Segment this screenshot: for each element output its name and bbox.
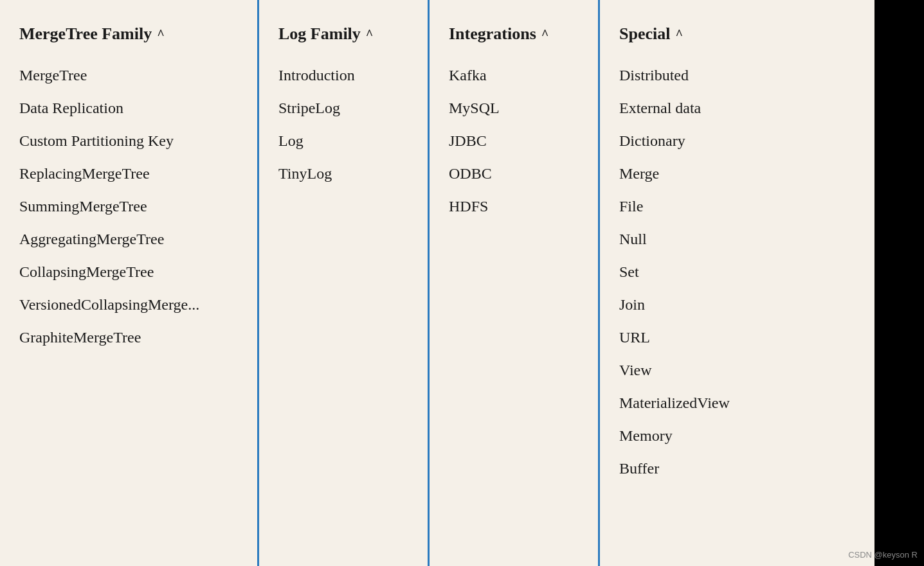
list-item[interactable]: Introduction bbox=[259, 59, 428, 92]
column-log: Log Family ^ Introduction StripeLog Log … bbox=[257, 0, 428, 566]
list-item[interactable]: Data Replication bbox=[0, 92, 257, 125]
log-caret: ^ bbox=[366, 27, 374, 42]
list-item[interactable]: External data bbox=[600, 92, 874, 125]
list-item[interactable]: MySQL bbox=[430, 92, 598, 125]
special-header: Special ^ bbox=[600, 13, 874, 59]
list-item[interactable]: View bbox=[600, 354, 874, 387]
integrations-header: Integrations ^ bbox=[430, 13, 598, 59]
list-item[interactable]: Memory bbox=[600, 420, 874, 452]
list-item[interactable]: Set bbox=[600, 256, 874, 288]
list-item[interactable]: GraphiteMergeTree bbox=[0, 321, 257, 354]
page-container: MergeTree Family ^ MergeTree Data Replic… bbox=[0, 0, 924, 566]
list-item[interactable]: HDFS bbox=[430, 190, 598, 223]
list-item[interactable]: CollapsingMergeTree bbox=[0, 256, 257, 288]
column-special: Special ^ Distributed External data Dict… bbox=[598, 0, 874, 566]
list-item[interactable]: Null bbox=[600, 223, 874, 256]
list-item[interactable]: Log bbox=[259, 125, 428, 157]
list-item[interactable]: MergeTree bbox=[0, 59, 257, 92]
list-item[interactable]: VersionedCollapsingMerge... bbox=[0, 288, 257, 321]
mergetree-caret: ^ bbox=[157, 27, 165, 42]
integrations-header-label: Integrations bbox=[449, 24, 536, 44]
list-item[interactable]: ODBC bbox=[430, 157, 598, 190]
list-item[interactable]: Dictionary bbox=[600, 125, 874, 157]
list-item[interactable]: ReplacingMergeTree bbox=[0, 157, 257, 190]
mergetree-header: MergeTree Family ^ bbox=[0, 13, 257, 59]
list-item[interactable]: File bbox=[600, 190, 874, 223]
list-item[interactable]: StripeLog bbox=[259, 92, 428, 125]
list-item[interactable]: Custom Partitioning Key bbox=[0, 125, 257, 157]
list-item[interactable]: AggregatingMergeTree bbox=[0, 223, 257, 256]
list-item[interactable]: JDBC bbox=[430, 125, 598, 157]
list-item[interactable]: MaterializedView bbox=[600, 387, 874, 420]
column-integrations: Integrations ^ Kafka MySQL JDBC ODBC HDF… bbox=[428, 0, 598, 566]
special-caret: ^ bbox=[675, 27, 683, 42]
list-item[interactable]: Join bbox=[600, 288, 874, 321]
columns-wrapper: MergeTree Family ^ MergeTree Data Replic… bbox=[0, 0, 924, 566]
list-item[interactable]: SummingMergeTree bbox=[0, 190, 257, 223]
integrations-caret: ^ bbox=[541, 27, 549, 42]
list-item[interactable]: Buffer bbox=[600, 452, 874, 485]
list-item[interactable]: Merge bbox=[600, 157, 874, 190]
list-item[interactable]: URL bbox=[600, 321, 874, 354]
list-item[interactable]: TinyLog bbox=[259, 157, 428, 190]
log-header: Log Family ^ bbox=[259, 13, 428, 59]
special-header-label: Special bbox=[619, 24, 670, 44]
column-mergetree: MergeTree Family ^ MergeTree Data Replic… bbox=[0, 0, 257, 566]
list-item[interactable]: Distributed bbox=[600, 59, 874, 92]
watermark-label: CSDN @keyson R bbox=[848, 550, 918, 560]
mergetree-header-label: MergeTree Family bbox=[19, 24, 152, 44]
list-item[interactable]: Kafka bbox=[430, 59, 598, 92]
log-header-label: Log Family bbox=[278, 24, 361, 44]
